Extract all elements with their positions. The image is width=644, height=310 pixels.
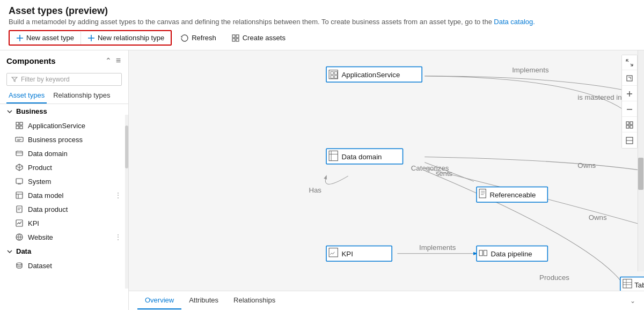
sidebar-item-businessprocess-label: Business process — [28, 136, 122, 144]
svg-rect-6 — [16, 126, 19, 129]
sidebar-item-product[interactable]: Product — [0, 160, 128, 174]
tab-attributes[interactable]: Attributes — [181, 292, 226, 309]
sidebar-collapse-icon[interactable]: ⌃ — [104, 55, 113, 67]
svg-rect-52 — [626, 126, 629, 128]
svg-rect-4 — [16, 122, 19, 125]
sidebar-expand-icon[interactable]: ≡ — [115, 55, 122, 67]
svg-rect-11 — [16, 192, 23, 198]
new-relationship-type-button[interactable]: New relationship type — [81, 31, 171, 45]
grid-icon — [15, 121, 24, 130]
svg-rect-51 — [630, 122, 633, 124]
sidebar-item-dataset-label: Dataset — [28, 262, 122, 270]
sidebar-header: Components ⌃ ≡ — [0, 50, 128, 71]
svg-rect-1 — [236, 35, 239, 38]
zoom-fit-button[interactable] — [622, 71, 637, 86]
sidebar-item-applicationservice[interactable]: ApplicationService — [0, 119, 128, 132]
refresh-icon — [180, 34, 189, 42]
zoom-out-button[interactable] — [622, 102, 637, 117]
section-business[interactable]: Business — [0, 104, 128, 119]
tab-overview[interactable]: Overview — [137, 292, 181, 309]
zoom-in-button[interactable] — [622, 86, 637, 101]
zoom-expand-button[interactable] — [622, 55, 637, 70]
sidebar-item-product-label: Product — [28, 164, 122, 172]
dataproduct-icon — [15, 205, 24, 213]
plus-icon — [16, 34, 24, 42]
filter-input-wrap: Filter by keyword — [0, 71, 128, 88]
sidebar-item-datamodel-label: Data model — [28, 191, 110, 200]
node-referenceable[interactable]: Referenceable — [477, 187, 547, 203]
bottom-chevron[interactable]: ⌄ — [630, 297, 635, 305]
sidebar-item-kpi-label: KPI — [28, 219, 122, 227]
data-catalog-link[interactable]: Data catalog. — [494, 18, 535, 26]
svg-rect-10 — [16, 179, 23, 183]
svg-text:Owns: Owns — [589, 213, 607, 222]
canvas-vscroll-track[interactable] — [638, 50, 644, 271]
tab-relationship-types[interactable]: Relationship types — [51, 88, 112, 104]
sidebar-item-businessprocess[interactable]: Business process — [0, 132, 128, 146]
sidebar-item-dataproduct[interactable]: Data product — [0, 202, 128, 216]
canvas[interactable]: Implements is mastered in Has Categorize… — [129, 50, 644, 291]
sidebar-title: Components — [6, 56, 56, 65]
tab-relationships[interactable]: Relationships — [226, 292, 283, 309]
zoom-panel-button[interactable] — [622, 133, 637, 148]
svg-text:is mastered in: is mastered in — [577, 93, 621, 101]
sidebar: Components ⌃ ≡ Filter by keyword Asset t… — [0, 50, 129, 310]
node-applicationservice[interactable]: ApplicationService — [326, 67, 422, 83]
tab-asset-types[interactable]: Asset types — [6, 88, 47, 104]
cube-icon — [15, 163, 24, 172]
chevron-down-icon-2 — [6, 248, 13, 255]
sidebar-item-website-label: Website — [28, 233, 110, 241]
new-asset-type-button[interactable]: New asset type — [10, 31, 80, 45]
website-icon — [15, 233, 24, 241]
filter-input-container[interactable]: Filter by keyword — [6, 73, 122, 86]
kpi-icon — [15, 219, 24, 227]
svg-text:Implements: Implements — [512, 66, 549, 74]
svg-rect-53 — [630, 126, 633, 128]
svg-text:Implements: Implements — [419, 243, 456, 252]
panel-icon — [626, 137, 633, 144]
sidebar-item-datadomain-label: Data domain — [28, 150, 122, 158]
node-table[interactable]: Table — [620, 277, 644, 291]
sidebar-item-dataset[interactable]: Dataset — [0, 259, 128, 272]
sidebar-item-datadomain[interactable]: Data domain — [0, 146, 128, 160]
svg-text:Has: Has — [309, 186, 321, 194]
zoom-controls — [621, 55, 638, 149]
sidebar-scrollbar-thumb — [125, 126, 128, 168]
svg-point-15 — [17, 263, 22, 265]
svg-rect-2 — [232, 39, 235, 41]
node-datadomain[interactable]: Data domain — [326, 149, 403, 164]
sidebar-item-system-label: System — [28, 178, 122, 186]
section-business-label: Business — [16, 107, 47, 115]
page-subtitle: Build a metamodel by adding asset types … — [9, 18, 635, 26]
refresh-button[interactable]: Refresh — [174, 31, 223, 45]
page-header: Asset types (preview) Build a metamodel … — [0, 0, 644, 26]
sidebar-item-system[interactable]: System — [0, 174, 128, 188]
process-icon — [15, 135, 24, 144]
svg-rect-7 — [20, 126, 23, 129]
zoom-layout-button[interactable] — [622, 117, 637, 132]
sidebar-item-website[interactable]: Website ⋮ — [0, 230, 128, 244]
node-datapipeline[interactable]: Data pipeline — [477, 246, 547, 262]
node-kpi[interactable]: KPI — [326, 246, 392, 262]
svg-text:Owns: Owns — [577, 161, 596, 169]
canvas-svg: Implements is mastered in Has Categorize… — [129, 50, 644, 291]
sidebar-item-datamodel[interactable]: Data model ⋮ — [0, 188, 128, 202]
canvas-vscroll-thumb[interactable] — [638, 158, 643, 190]
sidebar-item-kpi[interactable]: KPI — [0, 216, 128, 230]
canvas-wrap: Implements is mastered in Has Categorize… — [129, 50, 644, 310]
section-data[interactable]: Data — [0, 244, 128, 259]
svg-rect-50 — [626, 122, 629, 124]
fit-icon — [626, 75, 633, 82]
svg-text:KPI: KPI — [342, 250, 353, 258]
create-assets-button[interactable]: Create assets — [225, 31, 292, 45]
svg-rect-9 — [16, 151, 23, 156]
svg-text:Table: Table — [634, 281, 644, 289]
sidebar-item-datamodel-dots: ⋮ — [114, 191, 122, 200]
plus-zoom-icon — [626, 90, 633, 98]
main-content: Components ⌃ ≡ Filter by keyword Asset t… — [0, 50, 644, 310]
svg-text:Referenceable: Referenceable — [489, 191, 536, 199]
section-data-label: Data — [16, 247, 31, 255]
chevron-down-icon — [6, 108, 13, 115]
sidebar-scroll: Business ApplicationService Business pro… — [0, 104, 128, 310]
layout-icon — [626, 121, 633, 129]
